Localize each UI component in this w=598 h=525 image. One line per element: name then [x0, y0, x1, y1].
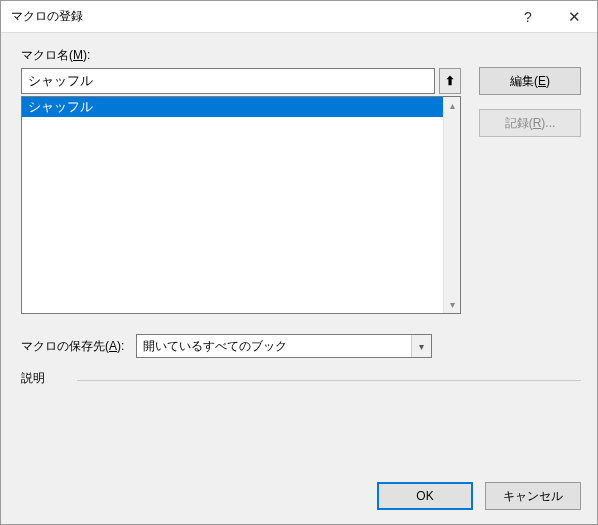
macro-name-label: マクロ名(M):: [21, 47, 461, 64]
scroll-up-icon[interactable]: ▴: [444, 97, 461, 114]
ok-button[interactable]: OK: [377, 482, 473, 510]
macro-name-label-prefix: マクロ名(: [21, 48, 73, 62]
save-in-label-prefix: マクロの保存先(: [21, 339, 109, 353]
close-icon: ✕: [568, 8, 581, 26]
dialog-footer: OK キャンセル: [21, 472, 581, 510]
right-column: 編集(E) 記録(R)...: [479, 47, 581, 137]
save-in-label-key: A: [109, 339, 117, 353]
assign-macro-button[interactable]: ⬆: [439, 68, 461, 94]
record-button-label-key: R: [533, 116, 542, 130]
save-in-select-value: 開いているすべてのブック: [136, 334, 432, 358]
assign-arrow-icon: ⬆: [445, 74, 455, 88]
dialog-window: マクロの登録 ? ✕ マクロ名(M): ⬆: [0, 0, 598, 525]
help-button[interactable]: ?: [505, 1, 551, 33]
scroll-down-icon[interactable]: ▾: [444, 296, 461, 313]
chevron-down-icon[interactable]: ▾: [411, 335, 431, 357]
macro-name-label-suffix: ):: [83, 48, 90, 62]
dialog-client-area: マクロ名(M): ⬆ シャッフル ▴ ▾: [1, 33, 597, 524]
macro-list-items: シャッフル: [22, 97, 443, 313]
save-in-row: マクロの保存先(A): 開いているすべてのブック ▾: [21, 334, 581, 358]
edit-button-label-suffix: ): [546, 74, 550, 88]
list-item[interactable]: シャッフル: [22, 97, 443, 117]
record-button-label-prefix: 記録(: [505, 115, 533, 132]
list-item-label: シャッフル: [28, 99, 93, 114]
cancel-button-label: キャンセル: [503, 488, 563, 505]
edit-button[interactable]: 編集(E): [479, 67, 581, 95]
macro-name-row: ⬆: [21, 68, 461, 94]
description-row: 説明: [21, 370, 581, 389]
left-column: マクロ名(M): ⬆ シャッフル ▴ ▾: [21, 47, 461, 314]
macro-listbox[interactable]: シャッフル ▴ ▾: [21, 96, 461, 314]
description-separator: [77, 380, 581, 381]
description-label: 説明: [21, 370, 45, 389]
record-button: 記録(R)...: [479, 109, 581, 137]
save-in-selected-text: 開いているすべてのブック: [143, 338, 287, 355]
record-button-label-suffix: )...: [541, 116, 555, 130]
close-button[interactable]: ✕: [551, 1, 597, 33]
listbox-scrollbar[interactable]: ▴ ▾: [443, 97, 460, 313]
help-icon: ?: [524, 9, 532, 25]
macro-name-input[interactable]: [21, 68, 435, 94]
title-bar: マクロの登録 ? ✕: [1, 1, 597, 33]
save-in-select[interactable]: 開いているすべてのブック ▾: [136, 334, 432, 358]
cancel-button[interactable]: キャンセル: [485, 482, 581, 510]
top-row: マクロ名(M): ⬆ シャッフル ▴ ▾: [21, 47, 581, 314]
edit-button-label-key: E: [538, 74, 546, 88]
ok-button-label: OK: [416, 489, 433, 503]
save-in-label-suffix: ):: [117, 339, 124, 353]
edit-button-label-prefix: 編集(: [510, 73, 538, 90]
save-in-label: マクロの保存先(A):: [21, 338, 124, 355]
macro-name-label-key: M: [73, 48, 83, 62]
window-title: マクロの登録: [11, 8, 505, 25]
